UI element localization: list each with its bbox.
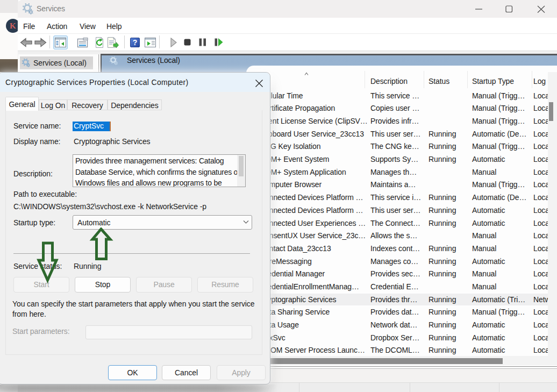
svg-text:?: ? xyxy=(133,38,138,47)
